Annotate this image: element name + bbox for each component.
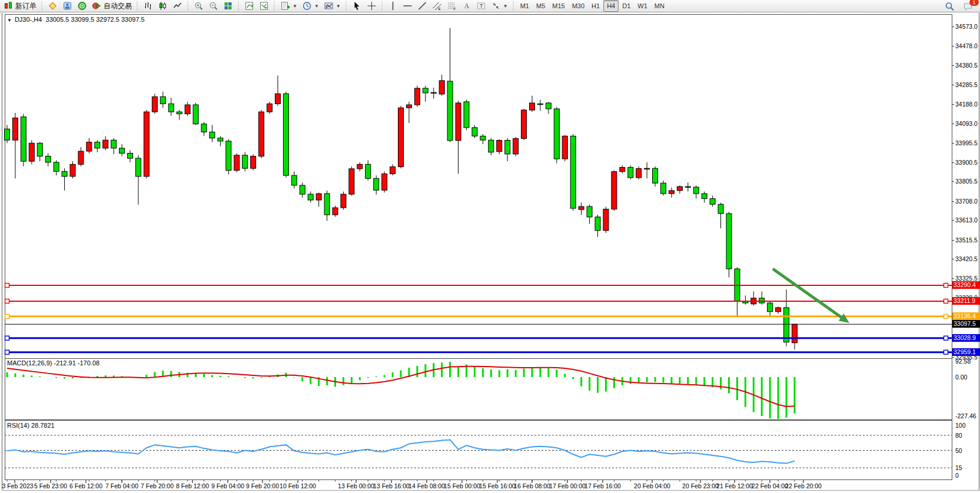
line-price-tag: 33290.4 bbox=[952, 281, 980, 289]
line-handle[interactable] bbox=[944, 299, 948, 303]
macd-plot bbox=[7, 362, 795, 419]
line-price-tag: 32959.1 bbox=[952, 348, 980, 356]
macd-label: MACD(12,26,9) -212.91 -170.08 bbox=[7, 359, 99, 367]
line-handle[interactable] bbox=[5, 299, 9, 303]
chart-ohlc-values: 33005.5 33099.5 32972.5 33097.5 bbox=[46, 16, 145, 23]
chart-dropdown-icon[interactable]: ▼ bbox=[7, 18, 12, 23]
plot-layer[interactable] bbox=[0, 0, 980, 493]
line-handle[interactable] bbox=[5, 284, 9, 288]
mt4-terminal: 新订单 自动交易 bbox=[0, 0, 980, 493]
bid-price-tag: 33097.5 bbox=[952, 320, 980, 328]
line-handle[interactable] bbox=[5, 350, 9, 354]
time-axis-ticks bbox=[7, 480, 803, 483]
line-handle[interactable] bbox=[5, 314, 9, 318]
chart-symbol-period: DJ30-,H4 bbox=[15, 16, 42, 23]
chart-title: ▼DJ30-,H4 33005.5 33099.5 32972.5 33097.… bbox=[7, 16, 145, 23]
line-handle[interactable] bbox=[944, 314, 948, 318]
line-handle[interactable] bbox=[5, 336, 9, 340]
line-handle[interactable] bbox=[944, 284, 948, 288]
line-price-tag: 33136.4 bbox=[952, 312, 980, 320]
rsi-plot bbox=[5, 435, 952, 468]
line-handle[interactable] bbox=[944, 336, 948, 340]
rsi-label: RSI(14) 28.7821 bbox=[7, 422, 55, 429]
line-handle[interactable] bbox=[944, 350, 948, 354]
line-price-tag: 33211.9 bbox=[952, 297, 980, 305]
line-price-tag: 33028.9 bbox=[952, 334, 980, 342]
